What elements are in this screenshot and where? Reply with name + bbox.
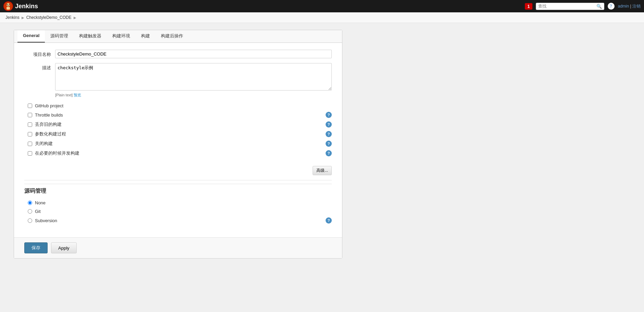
breadcrumb-sep-2: ▶: [74, 16, 76, 20]
config-panel: General 源码管理 构建触发器 构建环境 构建 构建后操作 项目名称 描述…: [14, 30, 342, 259]
description-row: 描述 checkstyle示例 [Plain text] 预览: [24, 63, 332, 98]
source-section-header: 源码管理: [24, 184, 332, 200]
divider-1: [24, 180, 332, 180]
param-help-icon[interactable]: ?: [326, 131, 332, 137]
tab-source[interactable]: 源码管理: [45, 30, 74, 43]
breadcrumb: Jenkins ▶ CheckstyleDemo_CODE ▶: [0, 12, 644, 23]
description-hint: [Plain text] 预览: [55, 93, 332, 98]
discard-help-icon[interactable]: ?: [326, 121, 332, 128]
disable-help-icon[interactable]: ?: [326, 141, 332, 147]
help-icon[interactable]: ?: [608, 3, 615, 10]
advanced-button[interactable]: 高级...: [313, 166, 332, 175]
throttle-help-icon[interactable]: ?: [326, 112, 332, 118]
checkbox-discard: 丢弃旧的构建 ?: [28, 121, 332, 128]
svg-point-3: [7, 4, 8, 5]
preview-link[interactable]: 预览: [74, 93, 81, 97]
radio-section: None Git Subversion ?: [24, 200, 332, 230]
svg-rect-2: [7, 7, 10, 10]
github-checkbox[interactable]: [28, 104, 32, 108]
checkbox-github: GitHub project: [28, 103, 332, 109]
tab-general[interactable]: General: [17, 30, 45, 43]
radio-none-label: None: [35, 200, 46, 205]
brand: Jenkins: [3, 1, 38, 11]
tab-env[interactable]: 构建环境: [107, 30, 136, 43]
user-info: admin | 注销: [618, 3, 641, 9]
throttle-label: Throttle builds: [35, 112, 63, 118]
discard-label: 丢弃旧的构建: [35, 121, 62, 128]
bottom-buttons: 保存 Apply: [14, 237, 342, 258]
tab-build[interactable]: 构建: [136, 30, 155, 43]
notification-badge[interactable]: 1: [525, 3, 532, 10]
radio-git[interactable]: [28, 209, 32, 214]
svg-point-4: [9, 4, 10, 5]
radio-svn[interactable]: [28, 218, 32, 223]
search-icon: 🔍: [596, 4, 602, 9]
tab-bar: General 源码管理 构建触发器 构建环境 构建 构建后操作: [14, 30, 342, 43]
project-name-label: 项目名称: [24, 50, 55, 58]
param-label: 参数化构建过程: [35, 131, 66, 137]
breadcrumb-home[interactable]: Jenkins: [5, 15, 20, 20]
checkbox-disable: 关闭构建 ?: [28, 140, 332, 147]
checkbox-section: GitHub project Throttle builds ? 丢弃旧的构建: [24, 103, 332, 163]
save-button[interactable]: 保存: [24, 242, 48, 253]
concurrent-help-icon[interactable]: ?: [326, 150, 332, 156]
checkbox-concurrent: 在必要的时候并发构建 ?: [28, 149, 332, 157]
github-label: GitHub project: [35, 103, 63, 108]
discard-checkbox[interactable]: [28, 122, 32, 127]
jenkins-logo-icon: [3, 1, 13, 11]
radio-none[interactable]: [28, 201, 32, 205]
navbar: Jenkins 1 🔍 ? admin | 注销: [0, 0, 644, 12]
radio-git-label: Git: [35, 209, 41, 214]
checkbox-throttle: Throttle builds ?: [28, 111, 332, 119]
radio-svn-label: Subversion: [35, 218, 57, 223]
search-box[interactable]: 🔍: [536, 3, 604, 10]
plain-text-label: [Plain text]: [55, 93, 73, 97]
concurrent-label: 在必要的时候并发构建: [35, 150, 79, 156]
apply-button[interactable]: Apply: [51, 242, 77, 253]
main-content: General 源码管理 构建触发器 构建环境 构建 构建后操作 项目名称 描述…: [0, 23, 644, 265]
radio-git-row: Git: [28, 209, 332, 214]
breadcrumb-project[interactable]: CheckstyleDemo_CODE: [26, 15, 72, 20]
description-label: 描述: [24, 63, 55, 71]
search-input[interactable]: [538, 4, 596, 9]
user-link[interactable]: admin: [618, 4, 629, 9]
tab-triggers[interactable]: 构建触发器: [74, 30, 107, 43]
radio-svn-row: Subversion ?: [28, 217, 332, 224]
advanced-section: 高级...: [24, 163, 332, 179]
description-textarea[interactable]: checkstyle示例: [55, 63, 332, 91]
radio-none-row: None: [28, 200, 332, 205]
tab-post[interactable]: 构建后操作: [155, 30, 189, 43]
disable-checkbox[interactable]: [28, 142, 32, 146]
concurrent-checkbox[interactable]: [28, 151, 32, 156]
app-title: Jenkins: [15, 3, 38, 10]
project-name-input[interactable]: [55, 50, 332, 58]
checkbox-param: 参数化构建过程 ?: [28, 130, 332, 138]
project-name-wrap: [55, 50, 332, 58]
form-area: 项目名称 描述 checkstyle示例 [Plain text] 预览: [14, 43, 342, 237]
disable-label: 关闭构建: [35, 141, 53, 147]
logout-link[interactable]: 注销: [632, 4, 641, 9]
breadcrumb-sep-1: ▶: [22, 16, 24, 20]
description-wrap: checkstyle示例 [Plain text] 预览: [55, 63, 332, 98]
svn-help-icon[interactable]: ?: [326, 217, 332, 224]
param-checkbox[interactable]: [28, 132, 32, 136]
project-name-row: 项目名称: [24, 50, 332, 58]
throttle-checkbox[interactable]: [28, 113, 32, 117]
